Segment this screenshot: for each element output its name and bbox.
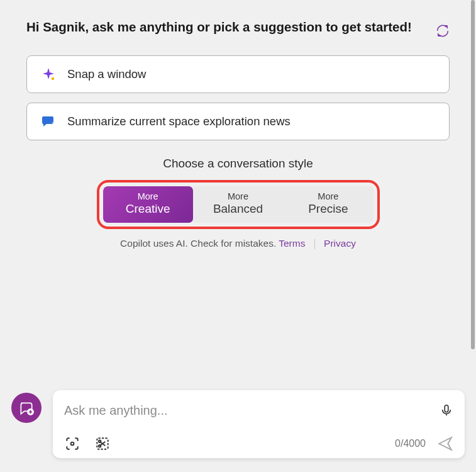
style-selector: More Creative More Balanced More Precise — [103, 186, 374, 223]
style-line1: More — [106, 191, 191, 202]
char-counter: 0/4000 — [395, 438, 426, 449]
greeting-text: Hi Sagnik, ask me anything or pick a sug… — [26, 18, 423, 37]
style-selector-highlight: More Creative More Balanced More Precise — [97, 180, 380, 229]
style-line1: More — [285, 191, 370, 202]
style-line2: Balanced — [196, 202, 280, 216]
screenshot-icon[interactable] — [64, 435, 80, 452]
chat-bubble-icon — [41, 114, 56, 129]
suggestion-summarize-news[interactable]: Summarize current space exploration news — [26, 103, 450, 140]
svg-point-6 — [99, 440, 101, 442]
privacy-link[interactable]: Privacy — [324, 238, 356, 249]
terms-link[interactable]: Terms — [279, 238, 305, 249]
send-icon[interactable] — [437, 435, 453, 452]
style-heading: Choose a conversation style — [26, 157, 450, 171]
suggestion-label: Summarize current space exploration news — [67, 115, 291, 128]
style-line1: More — [196, 191, 280, 202]
suggestions-list: Snap a window Summarize current space ex… — [26, 55, 450, 140]
sparkle-icon — [41, 67, 56, 82]
new-chat-button[interactable] — [11, 393, 42, 423]
snip-icon[interactable] — [94, 435, 111, 452]
disclaimer-text: Copilot uses AI. Check for mistakes. — [120, 238, 276, 249]
style-line2: Precise — [285, 202, 370, 216]
refresh-icon[interactable] — [436, 24, 450, 38]
style-line2: Creative — [106, 202, 191, 216]
suggestion-label: Snap a window — [67, 67, 146, 81]
scrollbar[interactable] — [471, 0, 475, 349]
microphone-icon[interactable] — [440, 403, 453, 417]
separator — [314, 239, 315, 249]
svg-point-3 — [71, 442, 74, 446]
svg-rect-2 — [445, 405, 448, 412]
style-option-precise[interactable]: More Precise — [283, 186, 373, 223]
chat-input-box: 0/4000 — [53, 390, 465, 458]
chat-input[interactable] — [64, 403, 432, 418]
svg-point-5 — [99, 445, 101, 447]
legal-text: Copilot uses AI. Check for mistakes. Ter… — [26, 238, 450, 249]
style-option-balanced[interactable]: More Balanced — [193, 186, 283, 223]
svg-point-0 — [52, 77, 54, 80]
style-option-creative[interactable]: More Creative — [103, 186, 193, 223]
suggestion-snap-window[interactable]: Snap a window — [26, 55, 450, 93]
